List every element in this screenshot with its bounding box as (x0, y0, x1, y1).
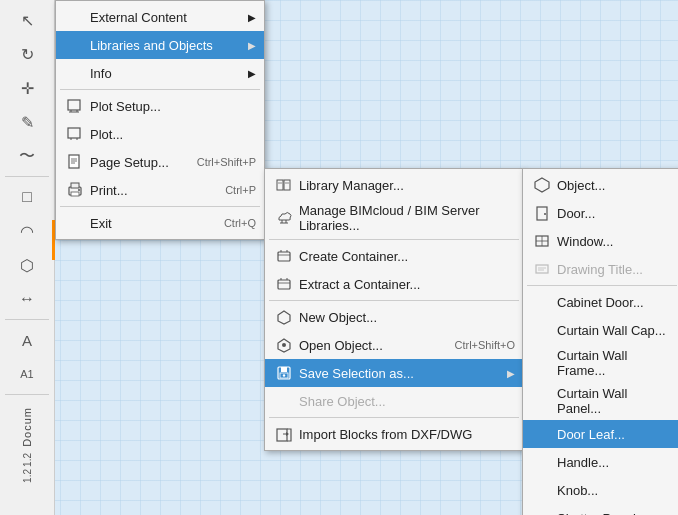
menu-item-info[interactable]: Info ▶ (56, 59, 264, 87)
menu-item-object[interactable]: Object... (523, 171, 678, 199)
menu2-sep-3 (269, 417, 519, 418)
knob-icon (531, 480, 553, 500)
curtain-wall-frame-label: Curtain Wall Frame... (557, 348, 673, 378)
shape-tool-icon[interactable]: □ (11, 181, 43, 213)
menu-item-door-leaf[interactable]: Door Leaf... (523, 420, 678, 448)
svg-rect-16 (284, 180, 290, 190)
menu-level1: External Content ▶ Libraries and Objects… (55, 0, 265, 240)
menu-item-door[interactable]: Door... (523, 199, 678, 227)
menu-item-external-content[interactable]: External Content ▶ (56, 3, 264, 31)
manage-bimcloud-label: Manage BIMcloud / BIM Server Libraries..… (299, 203, 515, 233)
menu-item-window[interactable]: Window... (523, 227, 678, 255)
svg-point-36 (283, 374, 285, 376)
door-leaf-label: Door Leaf... (557, 427, 625, 442)
curtain-wall-panel-label: Curtain Wall Panel... (557, 386, 673, 416)
svg-point-32 (282, 343, 286, 347)
menu-item-extract-container[interactable]: Extract a Container... (265, 270, 523, 298)
external-content-label: External Content (90, 10, 187, 25)
menu-item-knob[interactable]: Knob... (523, 476, 678, 504)
menu-item-cabinet-door[interactable]: Cabinet Door... (523, 288, 678, 316)
object-3d-icon (531, 175, 553, 195)
sidebar-separator-3 (5, 394, 48, 395)
svg-rect-37 (277, 429, 287, 441)
sidebar-num-label: 1.2 (22, 453, 33, 467)
external-content-icon (64, 7, 86, 27)
plot-label: Plot... (90, 127, 123, 142)
plot-setup-label: Plot Setup... (90, 99, 161, 114)
text-alt-tool-icon[interactable]: A1 (11, 358, 43, 390)
menu-item-drawing-title: Drawing Title... (523, 255, 678, 283)
menu-item-manage-bimcloud[interactable]: Manage BIMcloud / BIM Server Libraries..… (265, 199, 523, 237)
door-leaf-icon (531, 424, 553, 444)
svg-point-14 (78, 189, 80, 191)
knob-label: Knob... (557, 483, 598, 498)
svg-rect-12 (71, 183, 79, 188)
dimension-tool-icon[interactable]: ↔ (11, 283, 43, 315)
save-selection-label: Save Selection as... (299, 366, 414, 381)
library-manager-label: Library Manager... (299, 178, 404, 193)
libraries-objects-icon (64, 35, 86, 55)
pencil-tool-icon[interactable]: ✎ (11, 106, 43, 138)
menu-sep-1 (60, 89, 260, 90)
menu2-sep-1 (269, 239, 519, 240)
open-object-shortcut: Ctrl+Shift+O (454, 339, 515, 351)
create-container-icon (273, 246, 295, 266)
menu-item-library-manager[interactable]: Library Manager... (265, 171, 523, 199)
door-label: Door... (557, 206, 595, 221)
create-container-label: Create Container... (299, 249, 408, 264)
arc-tool-icon[interactable]: ◠ (11, 215, 43, 247)
svg-rect-46 (536, 265, 548, 273)
plot-icon (64, 124, 86, 144)
info-icon (64, 63, 86, 83)
curve-tool-icon[interactable]: 〜 (11, 140, 43, 172)
curtain-wall-panel-icon (531, 391, 553, 411)
page-setup-shortcut: Ctrl+Shift+P (197, 156, 256, 168)
window-label: Window... (557, 234, 613, 249)
menu-item-open-object[interactable]: Open Object... Ctrl+Shift+O (265, 331, 523, 359)
menu-item-curtain-wall-cap[interactable]: Curtain Wall Cap... (523, 316, 678, 344)
svg-point-42 (544, 213, 546, 215)
page-setup-label: Page Setup... (90, 155, 169, 170)
open-object-label: Open Object... (299, 338, 383, 353)
menu-item-exit[interactable]: Exit Ctrl+Q (56, 209, 264, 237)
print-label: Print... (90, 183, 128, 198)
arrow-tool-icon[interactable]: ↖ (11, 4, 43, 36)
menu-item-libraries-objects[interactable]: Libraries and Objects ▶ (56, 31, 264, 59)
crosshair-tool-icon[interactable]: ✛ (11, 72, 43, 104)
save-selection-icon (273, 363, 295, 383)
polygon-tool-icon[interactable]: ⬡ (11, 249, 43, 281)
door-icon (531, 203, 553, 223)
external-content-arrow: ▶ (248, 12, 256, 23)
menu-item-save-selection[interactable]: Save Selection as... ▶ (265, 359, 523, 387)
menu-item-import-blocks[interactable]: Import Blocks from DXF/DWG (265, 420, 523, 448)
drawing-title-label: Drawing Title... (557, 262, 643, 277)
menu-item-shutter-panel[interactable]: Shutter Panel... (523, 504, 678, 515)
sidebar-label: Docum (21, 407, 33, 447)
menu-item-print[interactable]: Print... Ctrl+P (56, 176, 264, 204)
curtain-wall-cap-label: Curtain Wall Cap... (557, 323, 666, 338)
menu-item-plot[interactable]: Plot... (56, 120, 264, 148)
menu-sep-2 (60, 206, 260, 207)
text-tool-icon[interactable]: A (11, 324, 43, 356)
extract-container-label: Extract a Container... (299, 277, 420, 292)
shutter-panel-label: Shutter Panel... (557, 511, 647, 516)
info-label: Info (90, 66, 112, 81)
info-arrow: ▶ (248, 68, 256, 79)
shutter-panel-icon (531, 508, 553, 515)
plot-setup-icon (64, 96, 86, 116)
library-manager-icon (273, 175, 295, 195)
menu-item-page-setup[interactable]: Page Setup... Ctrl+Shift+P (56, 148, 264, 176)
bimcloud-icon (273, 208, 295, 228)
rotate-tool-icon[interactable]: ↻ (11, 38, 43, 70)
svg-rect-22 (278, 252, 290, 261)
menu3-sep-1 (527, 285, 677, 286)
menu-item-plot-setup[interactable]: Plot Setup... (56, 92, 264, 120)
menu-item-create-container[interactable]: Create Container... (265, 242, 523, 270)
menu-item-handle[interactable]: Handle... (523, 448, 678, 476)
sidebar-separator-1 (5, 176, 48, 177)
menu-item-curtain-wall-panel[interactable]: Curtain Wall Panel... (523, 382, 678, 420)
libraries-objects-label: Libraries and Objects (90, 38, 213, 53)
menu-item-curtain-wall-frame[interactable]: Curtain Wall Frame... (523, 344, 678, 382)
menu-item-new-object[interactable]: New Object... (265, 303, 523, 331)
new-object-label: New Object... (299, 310, 377, 325)
